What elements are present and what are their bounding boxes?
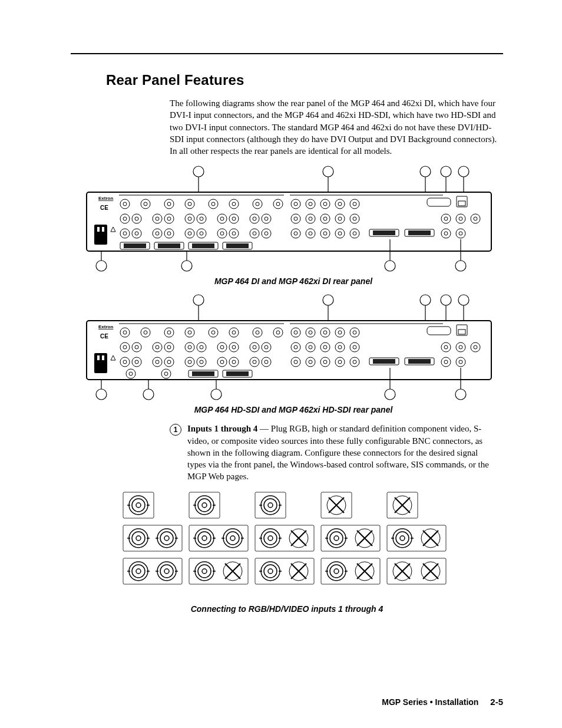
svg-rect-107 [124,243,146,248]
svg-point-159 [185,328,194,337]
svg-point-371 [264,565,277,578]
footer-book: MGP Series • Installation [382,697,478,707]
section-heading: Rear Panel Features [106,72,503,88]
svg-point-225 [335,342,345,352]
svg-point-227 [350,342,359,352]
svg-point-235 [335,357,345,367]
svg-point-212 [309,331,312,334]
svg-point-277 [136,503,141,508]
svg-point-172 [135,345,138,349]
svg-point-67 [229,229,239,238]
svg-point-124 [459,232,462,235]
svg-point-134 [455,261,466,271]
svg-rect-125 [427,198,451,206]
svg-point-242 [164,372,168,375]
svg-point-181 [217,342,227,352]
svg-rect-150 [102,355,104,360]
svg-point-201 [217,357,227,367]
svg-rect-149 [97,355,100,360]
svg-rect-261 [427,327,451,335]
svg-point-288 [264,499,277,512]
svg-rect-14 [102,227,104,232]
svg-point-251 [441,342,451,352]
svg-point-52 [265,217,268,220]
svg-point-61 [185,229,194,238]
svg-point-184 [232,345,236,349]
svg-point-54 [123,232,127,235]
svg-point-24 [188,202,191,206]
svg-point-205 [250,357,259,367]
svg-point-77 [320,199,330,209]
svg-point-120 [474,217,477,220]
svg-point-362 [198,565,211,578]
svg-rect-263 [458,330,465,334]
svg-point-270 [385,389,395,400]
svg-point-180 [200,345,203,349]
svg-point-228 [353,345,356,349]
svg-point-100 [338,232,342,235]
svg-point-4 [420,166,431,177]
svg-point-164 [232,331,236,334]
rear-panel-di-svg: Extron CE [84,166,494,272]
svg-point-188 [265,345,268,349]
svg-point-74 [294,202,297,206]
svg-point-76 [309,202,312,206]
svg-rect-246 [226,371,249,376]
svg-point-233 [320,357,330,367]
svg-point-154 [123,331,127,334]
svg-point-200 [200,360,203,364]
svg-point-83 [291,214,300,223]
svg-point-199 [197,357,206,367]
svg-point-260 [459,360,462,364]
svg-point-351 [132,565,145,578]
svg-point-333 [330,532,343,545]
svg-point-313 [198,532,211,545]
svg-point-352 [136,569,141,574]
svg-point-17 [120,199,130,209]
svg-point-232 [309,360,312,364]
svg-point-45 [217,214,227,223]
svg-point-102 [353,232,356,235]
svg-point-253 [456,342,465,352]
svg-point-196 [167,360,171,364]
callout-number-icon: 1 [170,424,181,436]
svg-point-66 [220,232,224,235]
svg-point-230 [294,360,297,364]
svg-point-318 [226,532,239,545]
svg-point-46 [220,217,224,220]
svg-point-19 [141,199,150,209]
figure-panel-hdsdi: Extron CE [84,294,503,414]
svg-point-85 [306,214,315,223]
svg-marker-11 [111,227,115,232]
svg-point-237 [350,357,359,367]
svg-point-130 [181,261,192,271]
top-rule [71,53,503,54]
svg-point-30 [256,202,259,206]
svg-point-202 [220,360,224,364]
svg-point-116 [444,217,448,220]
conn-caption: Connecting to RGB/HD/VIDEO inputs 1 thro… [122,604,452,614]
svg-point-182 [220,345,224,349]
svg-point-97 [320,229,330,238]
svg-point-42 [188,217,191,220]
svg-point-255 [471,342,480,352]
ce-mark: CE [100,333,108,340]
svg-point-197 [185,357,194,367]
svg-point-79 [335,199,345,209]
svg-point-372 [268,569,273,574]
svg-point-308 [164,536,169,541]
svg-point-193 [153,357,162,367]
svg-point-78 [323,202,327,206]
svg-point-325 [268,536,273,541]
svg-point-165 [253,328,262,337]
svg-point-73 [291,199,300,209]
svg-point-21 [164,199,174,209]
svg-point-138 [323,295,333,305]
svg-point-266 [143,389,154,400]
svg-point-27 [229,199,239,209]
svg-point-28 [232,202,236,206]
panel1-caption: MGP 464 DI and MGP 462xi DI rear panel [84,276,503,286]
svg-point-204 [232,360,236,364]
svg-point-214 [323,331,327,334]
svg-point-381 [334,569,339,574]
